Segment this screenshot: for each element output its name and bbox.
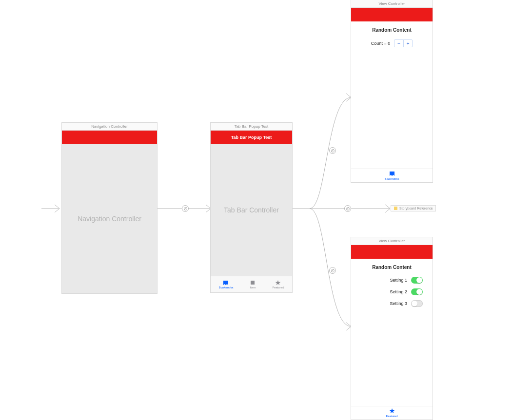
tab-bar: Bookmarks: [351, 169, 433, 182]
star-icon: [275, 280, 281, 286]
setting-label: Setting 3: [390, 301, 407, 306]
count-row: Count = 0 − +: [351, 39, 433, 47]
setting-row: Setting 1: [361, 277, 423, 284]
scene-title: Tab Bar Popup Test: [211, 123, 292, 131]
tab-item-item[interactable]: Item: [249, 280, 256, 289]
bookmarks-icon: [389, 171, 395, 177]
storyboard-icon: [394, 207, 397, 210]
svg-rect-0: [251, 281, 255, 285]
tab-item-label: Bookmarks: [218, 286, 233, 289]
scene-body: Random Content Count = 0 − +: [351, 21, 433, 169]
stepper-plus-button[interactable]: +: [403, 40, 412, 47]
toggle-setting-1[interactable]: [411, 277, 423, 284]
tab-item-label: Item: [250, 286, 256, 289]
placeholder-label: Tab Bar Controller: [224, 206, 279, 214]
tab-item-bookmarks[interactable]: Bookmarks: [218, 280, 233, 289]
segue-badge[interactable]: [182, 205, 189, 212]
scene-title: Navigation Controller: [62, 123, 157, 131]
storyboard-reference-label: Storyboard Reference: [399, 207, 433, 210]
segue-badge[interactable]: [329, 267, 336, 274]
nav-bar: [62, 131, 157, 144]
scene-body: Random Content Setting 1 Setting 2 Setti…: [351, 259, 433, 406]
content-heading: Random Content: [351, 259, 433, 270]
nav-title: Tab Bar Popup Test: [231, 135, 272, 140]
tab-bar: Bookmarks Item Featured: [211, 276, 292, 292]
nav-bar: Tab Bar Popup Test: [211, 131, 292, 144]
content-heading: Random Content: [351, 21, 433, 33]
scene-view-controller-2[interactable]: View Controller Random Content Setting 1…: [351, 237, 433, 420]
stepper-minus-button[interactable]: −: [394, 40, 403, 47]
tab-item-label: Featured: [272, 286, 284, 289]
toggle-setting-2[interactable]: [411, 288, 423, 295]
scene-title: View Controller: [351, 237, 433, 245]
star-icon: [389, 408, 395, 414]
scene-title: View Controller: [351, 0, 433, 8]
tab-item-label: Bookmarks: [384, 177, 399, 180]
nav-bar: [351, 245, 433, 259]
setting-row: Setting 2: [361, 288, 423, 295]
storyboard-reference[interactable]: Storyboard Reference: [391, 205, 436, 211]
segue-badge[interactable]: [344, 205, 351, 212]
placeholder-label: Navigation Controller: [78, 215, 141, 223]
setting-label: Setting 2: [390, 289, 407, 294]
count-label: Count = 0: [371, 41, 390, 46]
scene-navigation-controller[interactable]: Navigation Controller Navigation Control…: [62, 123, 157, 293]
scene-body: Navigation Controller: [62, 144, 157, 293]
nav-bar: [351, 8, 433, 21]
scene-tab-bar-controller[interactable]: Tab Bar Popup Test Tab Bar Popup Test Ta…: [211, 123, 292, 292]
bookmarks-icon: [222, 280, 229, 286]
scene-view-controller-1[interactable]: View Controller Random Content Count = 0…: [351, 0, 433, 182]
toggle-setting-3[interactable]: [411, 300, 423, 307]
stepper: − +: [394, 39, 413, 47]
setting-row: Setting 3: [361, 300, 423, 307]
settings-list: Setting 1 Setting 2 Setting 3: [361, 277, 423, 307]
tab-item-featured[interactable]: Featured: [272, 280, 284, 289]
segue-badge[interactable]: [329, 147, 336, 154]
scene-body: Tab Bar Controller: [211, 144, 292, 276]
tab-item-label: Featured: [386, 415, 397, 418]
square-icon: [249, 280, 256, 286]
setting-label: Setting 1: [390, 278, 407, 283]
tab-bar: Featured: [351, 406, 433, 420]
storyboard-canvas: Navigation Controller Navigation Control…: [0, 0, 532, 420]
